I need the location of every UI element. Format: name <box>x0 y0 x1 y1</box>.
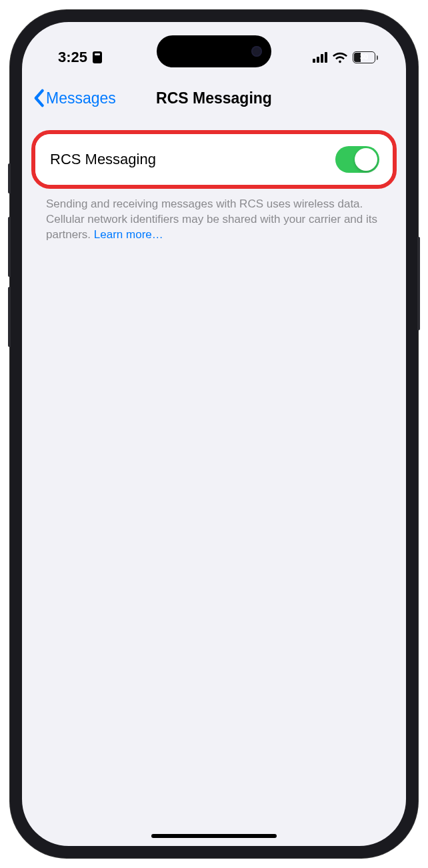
rcs-messaging-toggle[interactable] <box>335 146 379 173</box>
content-area: RCS Messaging Sending and receiving mess… <box>22 117 406 243</box>
learn-more-link[interactable]: Learn more… <box>94 228 163 241</box>
cellular-signal-icon <box>313 52 327 63</box>
battery-level-text: 30 <box>353 52 375 62</box>
status-time: 3:25 <box>58 49 87 66</box>
setting-footer: Sending and receiving messages with RCS … <box>31 189 397 243</box>
wifi-icon <box>333 51 347 63</box>
highlight-annotation: RCS Messaging <box>31 130 397 189</box>
battery-indicator: 30 <box>353 51 378 63</box>
rcs-messaging-row[interactable]: RCS Messaging <box>35 134 393 185</box>
home-indicator[interactable] <box>151 834 277 838</box>
setting-label: RCS Messaging <box>50 151 156 168</box>
chevron-left-icon <box>33 89 45 107</box>
volume-down-button <box>8 287 11 347</box>
back-button[interactable]: Messages <box>33 89 116 107</box>
phone-frame: 3:25 30 <box>10 10 418 858</box>
status-left: 3:25 <box>58 49 102 66</box>
volume-up-button <box>8 217 11 277</box>
power-button <box>417 237 420 330</box>
back-label: Messages <box>46 89 116 107</box>
dynamic-island <box>157 35 271 67</box>
sim-icon <box>93 51 102 63</box>
toggle-knob <box>355 148 377 171</box>
front-camera <box>251 46 262 57</box>
nav-bar: Messages RCS Messaging <box>22 73 406 117</box>
screen: 3:25 30 <box>22 22 406 846</box>
silence-switch <box>8 163 11 193</box>
status-right: 30 <box>313 51 378 63</box>
